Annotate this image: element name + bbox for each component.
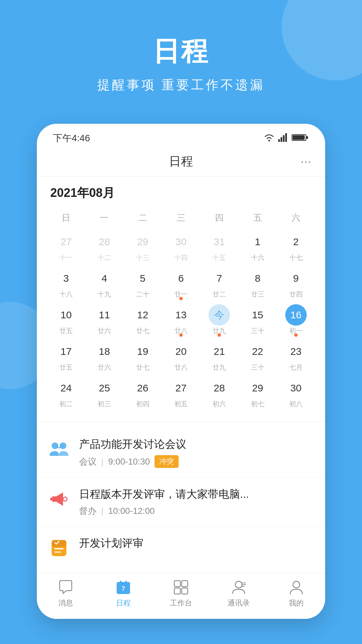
day-cell[interactable]: 26初四: [124, 375, 162, 411]
svg-rect-30: [242, 584, 246, 585]
day-lunar: 十八: [59, 290, 73, 299]
day-number: 21: [208, 341, 230, 362]
day-cell[interactable]: 17廿五: [47, 339, 85, 374]
day-number: 29: [247, 377, 268, 399]
day-cell[interactable]: 16初一: [277, 302, 315, 337]
day-cell[interactable]: 18廿六: [85, 339, 123, 374]
day-cell[interactable]: 29初七: [238, 375, 277, 411]
nav-label-schedule: 日程: [116, 598, 131, 608]
day-cell[interactable]: 28十二: [85, 229, 123, 264]
day-lunar: 三十: [251, 326, 264, 335]
nav-icon-contacts: [230, 579, 247, 596]
svg-point-32: [293, 581, 300, 588]
day-lunar: 初五: [174, 399, 188, 409]
day-cell[interactable]: 24初二: [47, 375, 85, 411]
event-type-1: 会议: [79, 456, 97, 468]
nav-item-messages[interactable]: 消息: [37, 579, 95, 608]
day-number: 9: [285, 268, 307, 289]
day-cell[interactable]: 19廿七: [124, 339, 162, 374]
event-item-2[interactable]: 日程版本开发评审，请大家带电脑... 督办 | 10:00-12:00: [37, 478, 325, 527]
event-time-2: 10:00-12:00: [108, 506, 155, 516]
day-number: 3: [55, 268, 77, 289]
status-time: 下午4:46: [53, 132, 90, 145]
day-cell[interactable]: 6廿一: [162, 266, 200, 301]
day-cell[interactable]: 27十一: [47, 229, 85, 264]
day-number: 4: [94, 268, 115, 289]
event-list: 产品功能开发讨论会议 会议 | 9:00-10:30 冲突: [37, 424, 325, 573]
day-lunar: 廿四: [289, 290, 303, 299]
day-cell[interactable]: 30十四: [162, 229, 200, 264]
day-cell[interactable]: 27初五: [162, 375, 200, 411]
day-lunar: 初八: [289, 399, 303, 409]
event-content-3: 开发计划评审: [79, 536, 315, 554]
day-cell[interactable]: 1十六: [238, 229, 277, 264]
nav-label-mine: 我的: [289, 598, 304, 608]
day-number: 16: [285, 304, 307, 326]
day-dot: [294, 333, 298, 337]
day-lunar: 廿六: [98, 363, 111, 372]
day-cell[interactable]: 31十五: [200, 229, 238, 264]
svg-rect-2: [281, 137, 282, 142]
svg-rect-26: [174, 588, 180, 594]
event-sep-1: |: [101, 457, 104, 467]
nav-item-workspace[interactable]: 工作台: [152, 579, 210, 608]
day-cell[interactable]: 3十八: [47, 266, 85, 301]
day-number: 29: [132, 231, 154, 253]
nav-label-contacts: 通讯录: [228, 598, 250, 608]
event-meta-2: 督办 | 10:00-12:00: [79, 505, 315, 517]
day-number: 23: [285, 341, 307, 362]
event-content-2: 日程版本开发评审，请大家带电脑... 督办 | 10:00-12:00: [79, 487, 315, 517]
event-item-3[interactable]: 开发计划评审: [37, 527, 325, 570]
day-cell[interactable]: 11廿六: [85, 302, 123, 337]
day-number: 24: [55, 377, 77, 399]
svg-rect-1: [278, 139, 280, 142]
day-cell[interactable]: 22三十: [238, 339, 277, 374]
day-number: 8: [247, 268, 268, 289]
day-number: 7: [208, 268, 230, 289]
day-number: 28: [94, 231, 115, 253]
day-number: 25: [94, 377, 115, 399]
nav-item-contacts[interactable]: 通讯录: [210, 579, 267, 608]
days-container: 27十一28十二29十三30十四31十五1十六2十七3十八4十九5二十6廿一7廿…: [47, 229, 315, 411]
weekday-sun: 日: [47, 209, 85, 226]
calendar-divider: [37, 421, 325, 422]
day-lunar: 廿五: [59, 363, 73, 372]
more-button[interactable]: ···: [301, 155, 312, 168]
nav-label-workspace: 工作台: [170, 598, 192, 608]
day-number: 17: [55, 341, 77, 362]
day-lunar: 廿七: [136, 326, 149, 335]
day-cell[interactable]: 15三十: [238, 302, 277, 337]
day-number: 22: [247, 341, 268, 362]
day-cell[interactable]: 20廿八: [162, 339, 200, 374]
day-cell[interactable]: 21廿九: [200, 339, 238, 374]
day-number: 15: [247, 304, 268, 326]
day-cell[interactable]: 13廿八: [162, 302, 200, 337]
day-cell[interactable]: 7廿二: [200, 266, 238, 301]
day-cell[interactable]: 30初八: [277, 375, 315, 411]
day-lunar: 十一: [59, 253, 73, 262]
day-cell[interactable]: 8廿三: [238, 266, 277, 301]
day-cell[interactable]: 5二十: [124, 266, 162, 301]
day-cell[interactable]: 9廿四: [277, 266, 315, 301]
day-cell[interactable]: 29十三: [124, 229, 162, 264]
nav-item-mine[interactable]: 我的: [267, 579, 325, 608]
event-title-1: 产品功能开发讨论会议: [79, 437, 315, 452]
phone-mockup: 下午4:46: [37, 124, 325, 619]
day-cell[interactable]: 23七月: [277, 339, 315, 374]
day-cell[interactable]: 25初三: [85, 375, 123, 411]
event-item-1[interactable]: 产品功能开发讨论会议 会议 | 9:00-10:30 冲突: [37, 428, 325, 478]
day-number: 2: [285, 231, 307, 253]
day-lunar: 十六: [251, 253, 264, 262]
day-lunar: 初七: [251, 399, 264, 409]
battery-icon: [292, 133, 309, 143]
day-cell[interactable]: 28初六: [200, 375, 238, 411]
day-cell[interactable]: 12廿七: [124, 302, 162, 337]
day-cell[interactable]: 10廿五: [47, 302, 85, 337]
day-cell[interactable]: 4十九: [85, 266, 123, 301]
nav-item-schedule[interactable]: 7 日程: [95, 579, 152, 608]
day-number: 11: [94, 304, 115, 326]
event-icon-meeting: [47, 437, 71, 461]
day-cell[interactable]: 2十七: [277, 229, 315, 264]
day-dot: [179, 333, 183, 337]
day-cell[interactable]: 今廿九: [200, 302, 238, 337]
